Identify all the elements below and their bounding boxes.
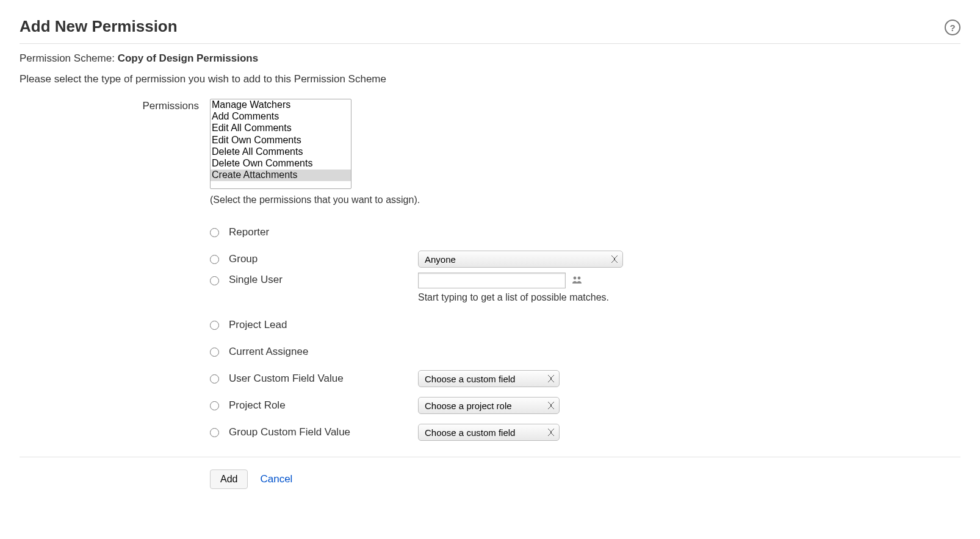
scheme-name: Copy of Design Permissions	[118, 52, 259, 64]
permission-option[interactable]: Create Attachments	[211, 170, 351, 181]
radio-user-custom-field[interactable]	[210, 374, 219, 384]
permissions-listbox[interactable]: Manage WatchersAdd CommentsEdit All Comm…	[210, 99, 351, 189]
svg-point-0	[574, 277, 577, 280]
radio-group-custom-field[interactable]	[210, 428, 219, 437]
radio-current-assignee-label: Current Assignee	[229, 346, 418, 358]
permission-option[interactable]: Manage Watchers	[211, 99, 351, 111]
radio-project-role-label: Project Role	[229, 399, 418, 412]
radio-user-custom-field-label: User Custom Field Value	[229, 373, 418, 385]
page-title: Add New Permission	[20, 17, 178, 36]
group-select[interactable]: Anyone	[418, 251, 623, 268]
permission-option[interactable]: Delete All Comments	[211, 146, 351, 158]
help-icon[interactable]: ?	[945, 20, 960, 35]
permission-option[interactable]: Add Comments	[211, 111, 351, 123]
radio-single-user-label: Single User	[229, 273, 418, 286]
svg-point-1	[578, 277, 581, 280]
radio-group[interactable]	[210, 255, 219, 264]
radio-group-label: Group	[229, 253, 418, 265]
scheme-line: Permission Scheme: Copy of Design Permis…	[20, 52, 960, 65]
radio-group-custom-field-label: Group Custom Field Value	[229, 426, 418, 438]
instruction-text: Please select the type of permission you…	[20, 73, 960, 85]
add-button[interactable]: Add	[210, 469, 248, 489]
scheme-prefix: Permission Scheme:	[20, 52, 118, 64]
project-role-select[interactable]: Choose a project role	[418, 397, 560, 414]
user-custom-field-select[interactable]: Choose a custom field	[418, 370, 560, 387]
group-custom-field-select[interactable]: Choose a custom field	[418, 424, 560, 441]
permissions-label: Permissions	[20, 99, 210, 112]
cancel-link[interactable]: Cancel	[260, 473, 292, 485]
single-user-input[interactable]	[418, 273, 566, 288]
radio-project-lead[interactable]	[210, 321, 219, 330]
radio-reporter-label: Reporter	[229, 226, 418, 238]
permissions-hint: (Select the permissions that you want to…	[210, 195, 960, 205]
radio-single-user[interactable]	[210, 276, 219, 285]
radio-project-role[interactable]	[210, 401, 219, 410]
permission-option[interactable]: Edit All Comments	[211, 123, 351, 134]
permission-option[interactable]: Delete Own Comments	[211, 158, 351, 170]
radio-project-lead-label: Project Lead	[229, 319, 418, 331]
user-picker-icon[interactable]	[572, 276, 583, 287]
permission-option[interactable]: Edit Own Comments	[211, 135, 351, 146]
radio-current-assignee[interactable]	[210, 348, 219, 357]
single-user-hint: Start typing to get a list of possible m…	[418, 292, 960, 303]
radio-reporter[interactable]	[210, 228, 219, 237]
